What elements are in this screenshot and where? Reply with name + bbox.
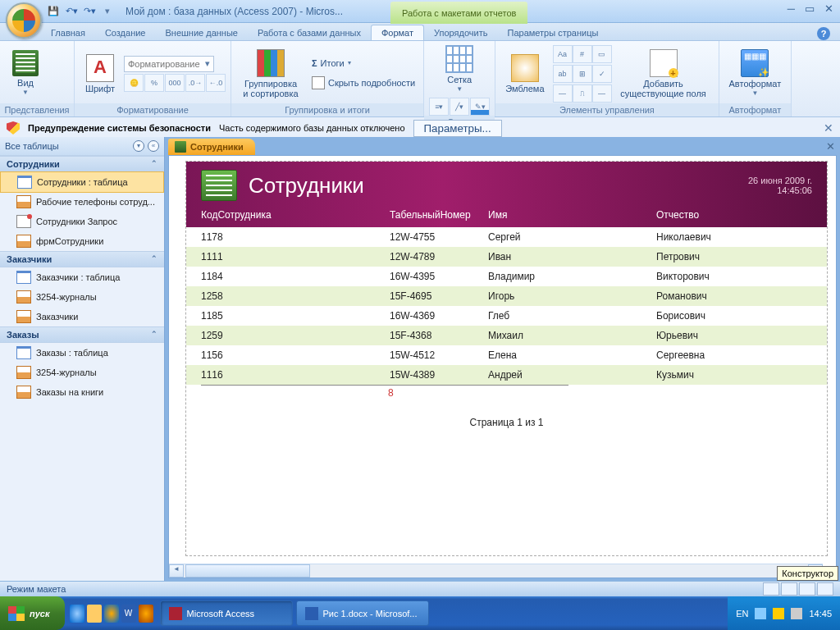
nav-item[interactable]: Заказы на книги (0, 382, 164, 402)
thousands-icon[interactable]: 000 (165, 74, 185, 92)
ribbon-tab[interactable]: Главная (41, 25, 95, 40)
view-button[interactable]: Вид ▼ (5, 48, 46, 99)
document-tab-strip: Сотрудники ✕ (165, 137, 840, 155)
table-row[interactable]: 125915F-4368МихаилЮрьевич (186, 326, 827, 345)
add-fields-button[interactable]: Добавить существующие поля (614, 48, 714, 100)
table-row[interactable]: 115615W-4512ЕленаСергеевна (186, 345, 827, 365)
ribbon-tab[interactable]: Параметры страницы (497, 25, 608, 40)
nav-item[interactable]: Сотрудники Запрос (0, 212, 164, 231)
ribbon-tab[interactable]: Упорядочить (424, 25, 497, 40)
view-mode-button[interactable] (799, 582, 815, 596)
taskbar-app-button[interactable]: Microsoft Access (160, 600, 293, 626)
taskbar-app-button[interactable]: Рис 1.docx - Microsof... (296, 600, 429, 626)
column-header[interactable]: Отчество (656, 209, 812, 221)
document-tab[interactable]: Сотрудники (168, 139, 255, 155)
nav-group-header[interactable]: Заказы (0, 326, 164, 343)
tray-icon[interactable] (755, 608, 766, 619)
language-indicator[interactable]: EN (736, 609, 748, 619)
chevron-down-icon[interactable]: ▾ (133, 140, 144, 152)
nav-pane-header[interactable]: Все таблицы ▾ « (0, 137, 164, 156)
grid-button[interactable]: Сетка ▼ (439, 43, 480, 96)
line-width-icon[interactable]: ≡▾ (429, 98, 449, 116)
nav-group-header[interactable]: Заказчики (0, 251, 164, 267)
security-close-icon[interactable]: ✕ (824, 121, 833, 135)
table-row[interactable]: 118516W-4369ГлебБорисович (186, 306, 827, 326)
percent-icon[interactable]: % (144, 74, 164, 92)
nav-item[interactable]: Рабочие телефоны сотруд... (0, 192, 164, 212)
security-options-button[interactable]: Параметры... (413, 120, 502, 137)
word-icon[interactable]: W (121, 605, 136, 623)
tray-icon[interactable] (791, 608, 802, 619)
column-header[interactable]: КодСотрудника (201, 209, 390, 221)
help-icon[interactable]: ? (817, 27, 830, 40)
table-row[interactable]: 118416W-4395ВладимирВикторович (186, 267, 827, 286)
tray-icon[interactable] (773, 608, 784, 619)
ribbon-tab[interactable]: Создание (95, 25, 156, 40)
nav-item[interactable]: Сотрудники : таблица (0, 171, 164, 193)
table-row[interactable]: 125815F-4695ИгорьРоманович (186, 286, 827, 306)
nav-item[interactable]: Заказы : таблица (0, 343, 164, 363)
ribbon-tab[interactable]: Формат (371, 25, 424, 40)
control-icon[interactable]: ▭ (592, 45, 612, 63)
nav-item[interactable]: фрмСотрудники (0, 231, 164, 251)
minimize-icon[interactable]: ─ (788, 2, 795, 15)
dec-decimals-icon[interactable]: ←.0 (206, 74, 226, 92)
font-button[interactable]: A Шрифт (80, 52, 121, 95)
maximize-icon[interactable]: ▭ (805, 2, 815, 15)
ribbon-tab[interactable]: Работа с базами данных (248, 25, 371, 40)
report-header[interactable]: Сотрудники 26 июня 2009 г. 14:45:06 КодС… (186, 162, 827, 227)
office-button[interactable] (6, 2, 42, 39)
nav-group-header[interactable]: Сотрудники (0, 156, 164, 172)
grouping-button[interactable]: Группировка и сортировка (236, 48, 305, 100)
horizontal-scrollbar[interactable]: ◄ ► (169, 564, 823, 578)
undo-icon[interactable]: ↶▾ (63, 3, 80, 20)
column-header[interactable]: Имя (488, 209, 656, 221)
totals-button[interactable]: ΣИтоги▾ (308, 57, 418, 70)
currency-icon[interactable]: 🪙 (124, 74, 144, 92)
nav-item[interactable]: 3254-журналы (0, 363, 164, 382)
control-icon[interactable]: ⎍ (573, 84, 592, 103)
close-icon[interactable]: ✕ (824, 2, 833, 15)
table-row[interactable]: 111112W-4789ИванПетрович (186, 247, 827, 267)
control-icon[interactable]: ab (553, 65, 573, 83)
line-color-icon[interactable]: ✎▾ (470, 98, 490, 116)
tbl-icon (16, 346, 31, 359)
autoformat-button[interactable]: Автоформат ▼ (724, 48, 787, 100)
scroll-thumb[interactable] (185, 564, 310, 578)
control-icon[interactable]: Aa (553, 45, 573, 63)
control-icon[interactable]: — (553, 84, 573, 103)
document-close-icon[interactable]: ✕ (826, 140, 835, 153)
wmp-icon[interactable] (104, 605, 119, 623)
view-mode-button[interactable] (763, 582, 779, 596)
ie-icon[interactable] (70, 605, 84, 623)
app-icon[interactable] (139, 605, 153, 623)
view-mode-button[interactable] (781, 582, 797, 596)
tbl-icon (16, 271, 31, 284)
table-row[interactable]: 117812W-4755СергейНиколаевич (186, 227, 827, 247)
ribbon-tab[interactable]: Внешние данные (156, 25, 248, 40)
qat-more-icon[interactable]: ▾ (99, 3, 116, 20)
table-row[interactable]: 111615W-4389АндрейКузьмич (186, 365, 827, 385)
formatting-combo[interactable]: Форматирование (124, 56, 214, 72)
control-icon[interactable]: ✓ (592, 65, 612, 83)
nav-item[interactable]: Заказчики : таблица (0, 267, 164, 287)
start-button[interactable]: пуск (0, 596, 65, 630)
frm-icon (16, 235, 31, 248)
control-icon[interactable]: ⊞ (573, 65, 592, 83)
control-icon[interactable]: # (573, 45, 592, 63)
scroll-left-icon[interactable]: ◄ (169, 564, 184, 578)
save-icon[interactable]: 💾 (45, 3, 62, 20)
inc-decimals-icon[interactable]: .0→ (185, 74, 205, 92)
redo-icon[interactable]: ↷▾ (81, 3, 98, 20)
line-style-icon[interactable]: ╱▾ (450, 98, 469, 116)
column-header[interactable]: ТабельныйНомер (390, 209, 488, 221)
nav-item[interactable]: Заказчики (0, 307, 164, 326)
emblem-button[interactable]: Эмблема (500, 52, 549, 95)
collapse-pane-icon[interactable]: « (148, 140, 159, 152)
view-mode-button[interactable] (817, 582, 833, 596)
nav-item[interactable]: 3254-журналы (0, 287, 164, 307)
hide-details-button[interactable]: Скрыть подробности (308, 75, 418, 91)
explorer-icon[interactable] (87, 605, 102, 623)
control-icon[interactable]: — (592, 84, 612, 103)
clock[interactable]: 14:45 (809, 609, 832, 619)
